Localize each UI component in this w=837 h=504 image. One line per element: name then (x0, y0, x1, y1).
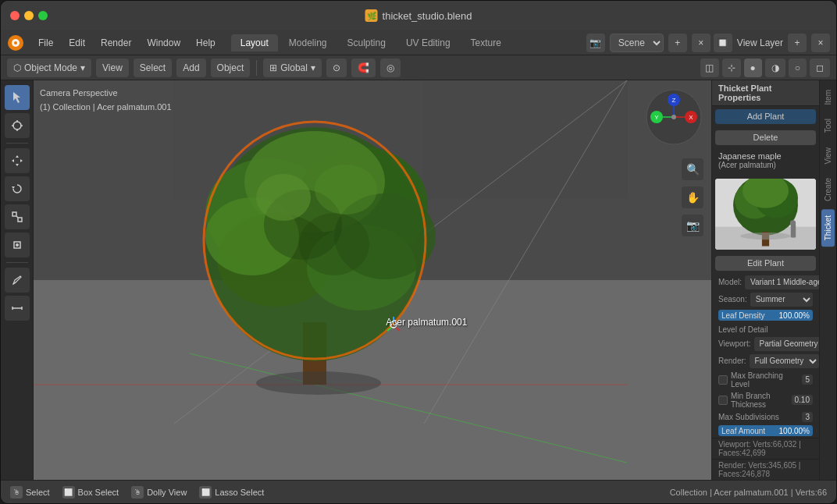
navigation-gizmo[interactable]: Z X Y (645, 88, 703, 147)
status-dolly-view[interactable]: 🖱 Dolly View (131, 486, 187, 499)
toolbar: ⬡ Object Mode ▾ View Select Add Object ⊞… (1, 55, 836, 80)
cursor-tool-btn[interactable] (5, 113, 30, 138)
panel-tab-view[interactable]: View (821, 141, 835, 171)
box-select-icon: ⬜ (62, 486, 75, 499)
snap-btn[interactable]: 🧲 (351, 59, 376, 77)
tab-layout[interactable]: Layout (231, 34, 278, 51)
svg-line-10 (16, 216, 18, 218)
tab-modeling[interactable]: Modeling (280, 34, 337, 51)
svg-text:Y: Y (654, 114, 659, 121)
annotate-tool-btn[interactable] (5, 268, 30, 293)
viewport-shading-rendered[interactable]: ○ (789, 59, 807, 77)
leaf-density-value: 100.00% (779, 311, 810, 319)
plant-name: Japanese maple (718, 151, 813, 161)
viewport-shading-wire[interactable]: ◻ (810, 59, 830, 77)
minimize-button[interactable] (24, 11, 34, 20)
maximize-button[interactable] (38, 11, 48, 20)
svg-point-3 (13, 122, 21, 130)
titlebar: 🌿 thicket_studio.blend (1, 1, 836, 30)
view-btn[interactable]: View (96, 59, 129, 77)
panel-tab-thicket[interactable]: Thicket (821, 209, 835, 247)
panel-tabs: Item Tool View Create Thicket (819, 80, 836, 480)
close-button[interactable] (10, 11, 20, 20)
status-right-info: Collection | Acer palmatum.001 | Verts:6… (670, 488, 827, 497)
camera-view-btn[interactable]: 📷 (682, 215, 703, 236)
pivot-btn[interactable]: ⊙ (326, 59, 347, 77)
render-stats: Render: Verts:345,605 | Faces:246,878 (712, 459, 819, 480)
proportional-btn[interactable]: ◎ (380, 59, 401, 77)
tab-sculpting[interactable]: Sculpting (338, 34, 395, 51)
leaf-amount-bar[interactable]: Leaf Amount 100.00% (718, 425, 813, 436)
max-subdivisions-value[interactable]: 3 (802, 412, 813, 422)
mode-selector[interactable]: ⬡ Object Mode ▾ (7, 59, 91, 77)
lod-section-label: Level of Detail (712, 322, 819, 335)
blender-icon: 🌿 (365, 9, 378, 22)
max-branching-checkbox[interactable] (718, 375, 728, 385)
view-layer-add-icon[interactable]: + (788, 34, 807, 52)
model-label: Model: (718, 278, 742, 286)
scene-selector[interactable]: Scene (610, 34, 664, 52)
svg-rect-59 (791, 225, 796, 238)
svg-rect-8 (12, 212, 16, 216)
panel-tab-item[interactable]: Item (821, 83, 835, 111)
min-branch-thickness-label: Min Branch Thickness (731, 392, 789, 409)
svg-text:X: X (689, 114, 693, 121)
tool-sep-1 (6, 143, 28, 144)
pan-btn[interactable]: ✋ (682, 186, 703, 208)
svg-point-36 (390, 321, 397, 328)
object-btn[interactable]: Object (211, 59, 251, 77)
menu-file[interactable]: File (32, 35, 59, 51)
status-lasso-select[interactable]: ⬜ Lasso Select (199, 486, 264, 499)
status-select[interactable]: 🖱 Select (10, 486, 50, 499)
max-branching-row: Max Branching Level 5 (712, 370, 819, 390)
transform-selector[interactable]: ⊞ Global ▾ (263, 59, 322, 77)
status-box-select[interactable]: ⬜ Box Select (62, 486, 119, 499)
edit-plant-btn[interactable]: Edit Plant (715, 256, 816, 271)
zoom-btn[interactable]: 🔍 (682, 158, 703, 180)
add-btn[interactable]: Add (176, 59, 205, 77)
right-gizmos: 🔍 ✋ 📷 (682, 158, 703, 236)
statusbar: 🖱 Select ⬜ Box Select 🖱 Dolly View ⬜ Las… (1, 480, 836, 503)
svg-line-39 (387, 328, 391, 331)
svg-text:Z: Z (672, 97, 676, 104)
delete-btn[interactable]: Delete (715, 130, 816, 145)
menu-edit[interactable]: Edit (62, 35, 91, 51)
gizmo-btn[interactable]: ⊹ (722, 59, 741, 77)
max-branching-value[interactable]: 5 (802, 374, 813, 385)
viewport-shading-solid[interactable]: ● (744, 59, 762, 77)
view-layer-icon[interactable]: 🔲 (714, 34, 732, 52)
leaf-density-bar[interactable]: Leaf Density 100.00% (718, 310, 813, 321)
add-plant-btn[interactable]: Add Plant (715, 109, 816, 124)
rotate-tool-btn[interactable] (5, 176, 30, 201)
viewport[interactable]: Acer palmatum.001 Camera Perspective (1)… (34, 80, 711, 480)
scene-add-icon[interactable]: + (668, 34, 687, 52)
tool-sep-2 (6, 262, 28, 263)
model-property: Model: Variant 1 Middle-aged (712, 274, 819, 291)
viewport-shading-material[interactable]: ◑ (765, 59, 785, 77)
menu-help[interactable]: Help (190, 35, 222, 51)
right-panel: Thicket Plant Properties Add Plant Delet… (711, 80, 836, 480)
render-lod-selector[interactable]: Full Geometry (750, 354, 819, 368)
scene-remove-icon[interactable]: × (692, 34, 711, 52)
select-btn[interactable]: Select (134, 59, 172, 77)
overlay-btn[interactable]: ◫ (700, 59, 719, 77)
min-branch-thickness-value[interactable]: 0.10 (792, 395, 813, 405)
max-subdivisions-label: Max Subdivisions (718, 413, 799, 421)
render-lod-label: Render: (718, 357, 746, 365)
tab-uv-editing[interactable]: UV Editing (397, 34, 460, 51)
scene-camera-icon[interactable]: 📷 (586, 34, 605, 52)
menu-render[interactable]: Render (94, 35, 137, 51)
season-selector[interactable]: Summer (750, 293, 813, 307)
measure-tool-btn[interactable] (5, 296, 30, 321)
select-tool-btn[interactable] (5, 85, 30, 110)
move-tool-btn[interactable] (5, 148, 30, 173)
scale-tool-btn[interactable] (5, 204, 30, 229)
panel-tab-tool[interactable]: Tool (821, 112, 835, 139)
menu-window[interactable]: Window (141, 35, 187, 51)
tab-texture[interactable]: Texture (461, 34, 511, 51)
panel-tab-create[interactable]: Create (821, 172, 835, 208)
min-branch-checkbox[interactable] (718, 396, 728, 405)
svg-point-61 (740, 232, 791, 240)
view-layer-remove-icon[interactable]: × (811, 34, 830, 52)
transform-tool-btn[interactable] (5, 232, 30, 257)
